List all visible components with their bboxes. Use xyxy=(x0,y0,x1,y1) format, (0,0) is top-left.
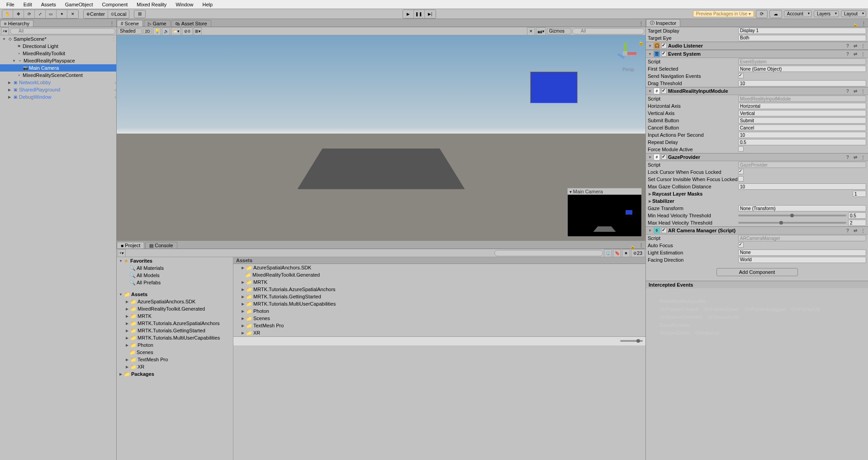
rect-tool-icon[interactable]: ▭ xyxy=(46,10,57,18)
gaze-transform-field[interactable] xyxy=(738,205,866,211)
raycast-label[interactable]: Raycast Layer Masks xyxy=(652,191,739,196)
content-folder[interactable]: 📁 MixedRealityToolkit.Generated xyxy=(233,271,645,278)
send-nav-checkbox[interactable] xyxy=(738,73,744,78)
folder-photon[interactable]: ▶📁 Photon xyxy=(117,341,233,349)
hierarchy-item-playground[interactable]: ▶▣SharedPlayground› xyxy=(0,86,116,93)
snap-toggle[interactable]: ⊞ xyxy=(134,10,146,18)
scene-camera-icon[interactable]: 📷▾ xyxy=(536,27,546,35)
menu-window[interactable]: Window xyxy=(171,1,198,8)
custom-tool-icon[interactable]: ✕ xyxy=(67,10,78,18)
max-head-field[interactable] xyxy=(848,220,866,226)
gizmos-dropdown[interactable]: Gizmos xyxy=(547,28,571,34)
ar-camera-enabled[interactable] xyxy=(661,228,667,233)
cancel-button-field[interactable] xyxy=(738,125,866,131)
event-system-component[interactable]: ▼ ☰ Event System ? ⇄ ⋮ xyxy=(646,50,868,58)
project-lock-icon[interactable]: 🔓 xyxy=(628,244,637,249)
inspector-lock-icon[interactable]: 🔓 xyxy=(851,22,859,27)
content-folder[interactable]: ▶📁 XR xyxy=(233,329,645,336)
collab-icon[interactable]: ⟳ xyxy=(756,10,768,18)
raycast-count-field[interactable] xyxy=(853,191,866,197)
play-button[interactable]: ▶ xyxy=(403,10,414,18)
project-zoom-slider[interactable] xyxy=(620,340,643,342)
help-icon[interactable]: ? xyxy=(844,89,851,94)
scene-light-icon[interactable]: 💡 xyxy=(153,27,161,35)
content-folder[interactable]: ▶📁 MRTK.Tutorials.MultiUserCapabilities xyxy=(233,300,645,307)
light-estimation-dropdown[interactable]: None xyxy=(738,249,866,256)
horizontal-axis-field[interactable] xyxy=(738,103,866,109)
inspector-tab[interactable]: ⓘ Inspector xyxy=(646,19,680,27)
folder-tut-anchors[interactable]: ▶📁 MRTK.Tutorials.AzureSpatialAnchors xyxy=(117,320,233,327)
hierarchy-item-debug[interactable]: ▶▣DebugWindow› xyxy=(0,93,116,101)
audio-listener-enabled[interactable] xyxy=(661,43,667,48)
component-menu-icon[interactable]: ⋮ xyxy=(860,155,866,160)
scene-audio-icon[interactable]: 🔊 xyxy=(162,27,170,35)
first-selected-field[interactable] xyxy=(738,66,866,72)
layers-dropdown[interactable]: Layers xyxy=(814,10,839,17)
auto-focus-checkbox[interactable] xyxy=(738,242,744,248)
target-eye-dropdown[interactable]: Both xyxy=(738,35,866,41)
scene-fx-icon[interactable]: ⛅▾ xyxy=(171,27,181,35)
move-tool-icon[interactable]: ✥ xyxy=(13,10,24,18)
2d-toggle[interactable]: 2D xyxy=(143,29,152,34)
facing-direction-dropdown[interactable]: World xyxy=(738,257,866,263)
fav-materials[interactable]: 🔍 All Materials xyxy=(117,264,233,272)
save-search-icon[interactable]: ★ xyxy=(622,249,630,257)
folder-anchors[interactable]: ▶📁 AzureSpatialAnchors.SDK xyxy=(117,298,233,305)
folder-mrtk-gen[interactable]: ▶📁 MixedRealityToolkit.Generated xyxy=(117,305,233,312)
hierarchy-item-main-camera[interactable]: 📷Main Camera xyxy=(0,64,116,72)
folder-mrtk[interactable]: ▶📁 MRTK xyxy=(117,312,233,320)
event-system-enabled[interactable] xyxy=(661,51,667,57)
content-folder[interactable]: ▶📁 AzureSpatialAnchors.SDK xyxy=(233,264,645,271)
fav-models[interactable]: 🔍 All Models xyxy=(117,272,233,279)
hierarchy-item-network[interactable]: ▶▣NetworkLobby› xyxy=(0,79,116,86)
scale-tool-icon[interactable]: ⤢ xyxy=(35,10,46,18)
filter-type-icon[interactable]: 🏢 xyxy=(604,249,612,257)
favorites-header[interactable]: ▼★Favorites xyxy=(117,257,233,264)
drag-threshold-field[interactable] xyxy=(738,80,866,86)
project-menu-icon[interactable]: ⋮ xyxy=(637,243,645,249)
fav-prefabs[interactable]: 🔍 All Prefabs xyxy=(117,279,233,286)
folder-xr[interactable]: ▶📁 XR xyxy=(117,363,233,370)
content-folder[interactable]: ▶📁 Scenes xyxy=(233,315,645,322)
menu-file[interactable]: File xyxy=(2,1,19,8)
menu-gameobject[interactable]: GameObject xyxy=(61,1,98,8)
hierarchy-item-light[interactable]: ☀Directional Light xyxy=(0,43,116,50)
folder-tut-getting[interactable]: ▶📁 MRTK.Tutorials.GettingStarted xyxy=(117,327,233,334)
target-display-dropdown[interactable]: Display 1 xyxy=(738,28,866,34)
scene-tab[interactable]: # Scene xyxy=(117,20,143,27)
preset-icon[interactable]: ⇄ xyxy=(852,228,859,233)
component-menu-icon[interactable]: ⋮ xyxy=(860,89,866,94)
gaze-provider-enabled[interactable] xyxy=(661,154,667,160)
menu-mixed-reality[interactable]: Mixed Reality xyxy=(132,1,171,8)
cloud-icon[interactable]: ☁ xyxy=(769,10,782,18)
scene-search-input[interactable] xyxy=(572,28,645,34)
assets-header[interactable]: ▼📁 Assets xyxy=(117,291,233,298)
cursor-invisible-checkbox[interactable] xyxy=(738,176,744,182)
preset-icon[interactable]: ⇄ xyxy=(852,43,859,48)
preset-icon[interactable]: ⇄ xyxy=(852,155,859,160)
gaze-provider-component[interactable]: ▼ # GazeProvider ? ⇄ ⋮ xyxy=(646,153,868,161)
local-toggle[interactable]: ⊙ Local xyxy=(108,10,129,18)
pause-button[interactable]: ❚❚ xyxy=(414,10,425,18)
hierarchy-item-playspace[interactable]: ▼▫MixedRealityPlayspace xyxy=(0,57,116,64)
component-menu-icon[interactable]: ⋮ xyxy=(860,228,866,233)
content-folder[interactable]: ▶📁 MRTK.Tutorials.GettingStarted xyxy=(233,293,645,300)
component-menu-icon[interactable]: ⋮ xyxy=(860,52,866,57)
console-tab[interactable]: ▤ Console xyxy=(145,242,177,249)
vertical-axis-field[interactable] xyxy=(738,110,866,116)
menu-assets[interactable]: Assets xyxy=(37,1,61,8)
component-menu-icon[interactable]: ⋮ xyxy=(860,43,866,48)
perspective-label[interactable]: Persp xyxy=(622,67,634,72)
folder-scenes[interactable]: 📁 Scenes xyxy=(117,349,233,356)
shading-dropdown[interactable]: Shaded xyxy=(118,28,142,34)
scene-grid-icon[interactable]: ⊞▾ xyxy=(194,27,202,35)
packages-header[interactable]: ▶📁 Packages xyxy=(117,370,233,378)
hierarchy-item-scenecontent[interactable]: ▫MixedRealitySceneContent xyxy=(0,72,116,79)
min-head-field[interactable] xyxy=(848,212,866,219)
max-gaze-field[interactable] xyxy=(738,183,866,190)
help-icon[interactable]: ? xyxy=(844,43,851,48)
hierarchy-menu-icon[interactable]: ⋮ xyxy=(108,21,116,27)
inspector-menu-icon[interactable]: ⋮ xyxy=(859,21,868,27)
preview-packages-badge[interactable]: Preview Packages in Use ▾ xyxy=(693,10,754,17)
scene-viewport[interactable]: Persp 🔓 ▾ Main Camera xyxy=(117,35,645,240)
